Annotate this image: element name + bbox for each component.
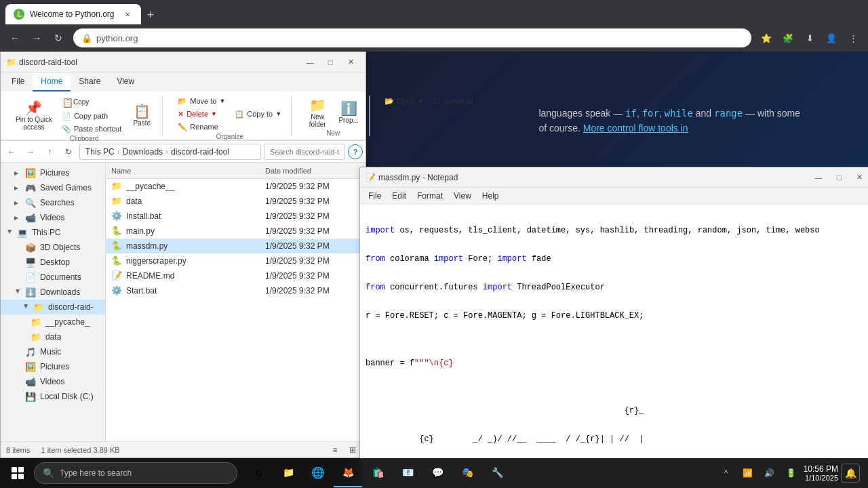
copy-to-button[interactable]: 📋 Copy to ▼ <box>231 108 285 120</box>
file-row-readme-md[interactable]: 📝 README.md 1/9/2025 9:32 PM <box>106 268 366 283</box>
paste-button[interactable]: 📋 Paste <box>127 102 157 128</box>
select-all-button[interactable]: ☑ Select all <box>429 96 477 107</box>
notepad-maximize-button[interactable]: □ <box>829 170 848 185</box>
file-row-niggerscraper-py[interactable]: 🐍 niggerscraper.py 1/9/2025 9:32 PM <box>106 253 366 268</box>
help-button[interactable]: ? <box>348 144 363 159</box>
sidebar-item-3d-objects[interactable]: 📦 3D Objects <box>1 240 105 255</box>
ribbon-tab-home[interactable]: Home <box>33 73 71 92</box>
notepad-text-content[interactable]: import os, requests, tls_client, datetim… <box>360 204 868 488</box>
volume-icon[interactable]: 🔊 <box>760 464 779 483</box>
sidebar-item-pycache[interactable]: 📁 __pycache_ <box>1 314 105 329</box>
minimize-button[interactable]: — <box>300 55 319 70</box>
forward-button[interactable]: → <box>27 28 46 47</box>
details-view-button[interactable]: ≡ <box>328 444 342 456</box>
copy-path-icon: 📄 <box>62 112 71 121</box>
taskbar-edge[interactable]: 🌐 <box>304 459 332 487</box>
profile-icon[interactable]: 👤 <box>822 28 841 47</box>
sidebar-item-data[interactable]: 📁 data <box>1 329 105 344</box>
sidebar-item-videos[interactable]: ▶ 📹 Videos <box>1 210 105 225</box>
bookmarks-icon[interactable]: ⭐ <box>757 28 776 47</box>
taskbar-file-explorer[interactable]: 📁 <box>274 459 302 487</box>
sidebar-item-documents[interactable]: 📄 Documents <box>1 270 105 285</box>
notepad-help-menu[interactable]: Help <box>477 190 505 202</box>
col-name-header[interactable]: Name <box>111 167 265 175</box>
downloads-icon[interactable]: ⬇ <box>800 28 819 47</box>
ribbon-tab-view[interactable]: View <box>108 73 142 92</box>
taskbar-mail[interactable]: 📧 <box>393 459 422 487</box>
file-row-massdm-py[interactable]: 🐍 massdm.py 1/9/2025 9:32 PM <box>106 239 366 253</box>
network-icon[interactable]: 📶 <box>738 464 757 483</box>
explorer-back-button[interactable]: ← <box>3 144 20 160</box>
col-date-header[interactable]: Date modified <box>265 167 360 175</box>
flow-tools-link[interactable]: More control flow tools in <box>583 123 688 134</box>
pin-button[interactable]: 📌 Pin to Quickaccess <box>12 98 56 132</box>
notepad-close-button[interactable]: ✕ <box>850 170 868 185</box>
battery-icon[interactable]: 🔋 <box>782 464 801 483</box>
ribbon-tab-share[interactable]: Share <box>71 73 108 92</box>
taskbar-app9[interactable]: 🔧 <box>483 459 511 487</box>
new-tab-button[interactable]: + <box>141 5 160 24</box>
system-clock[interactable]: 10:56 PM 1/10/2025 <box>804 464 838 482</box>
close-button[interactable]: ✕ <box>341 55 360 70</box>
extensions-icon[interactable]: 🧩 <box>778 28 797 47</box>
settings-icon[interactable]: ⋮ <box>844 28 863 47</box>
explorer-search-input[interactable] <box>264 144 345 160</box>
copy-path-button[interactable]: 📄 Copy path <box>58 110 125 122</box>
notepad-edit-menu[interactable]: Edit <box>387 190 412 202</box>
move-to-button[interactable]: 📂 Move to ▼ <box>174 96 229 107</box>
taskbar-task-view[interactable]: ⧉ <box>244 459 273 487</box>
explorer-breadcrumb[interactable]: This PC › Downloads › discord-raid-tool <box>79 144 261 160</box>
sidebar-item-desktop[interactable]: 🖥️ Desktop <box>1 255 105 270</box>
sidebar-item-this-pc[interactable]: ▶ 💻 This PC <box>1 225 105 240</box>
ribbon-tab-file[interactable]: File <box>3 73 33 92</box>
notepad-file-menu[interactable]: File <box>363 190 387 202</box>
breadcrumb-downloads[interactable]: Downloads <box>123 147 163 157</box>
sidebar-item-videos2[interactable]: 📹 Videos <box>1 374 105 389</box>
reload-button[interactable]: ↻ <box>49 28 68 47</box>
taskbar-search-box[interactable]: 🔍 Type here to search <box>34 462 237 484</box>
taskbar-firefox[interactable]: 🦊 <box>334 459 362 487</box>
address-bar[interactable]: 🔒 python.org <box>73 28 751 47</box>
explorer-up-button[interactable]: ↑ <box>41 144 58 160</box>
notepad-minimize-button[interactable]: — <box>809 170 828 185</box>
open-button[interactable]: 📂 Open ▼ <box>380 96 428 107</box>
copy-button[interactable]: 📋 Copy <box>58 96 125 109</box>
file-row-pycache[interactable]: 📁 __pycache__ 1/9/2025 9:32 PM <box>106 179 366 194</box>
explorer-refresh-button[interactable]: ↻ <box>60 144 77 160</box>
file-row-data[interactable]: 📁 data 1/9/2025 9:32 PM <box>106 194 366 209</box>
explorer-forward-button[interactable]: → <box>22 144 39 160</box>
rename-button[interactable]: ✏️ Rename <box>174 121 229 133</box>
delete-button[interactable]: ✕ Delete ▼ <box>174 108 229 120</box>
breadcrumb-this-pc[interactable]: This PC <box>85 147 115 157</box>
sidebar-item-pictures[interactable]: ▶ 🖼️ Pictures <box>1 165 105 180</box>
taskbar-store[interactable]: 🛍️ <box>363 459 392 487</box>
paste-shortcut-button[interactable]: 📎 Paste shortcut <box>58 123 125 135</box>
copy-icon: 📋 <box>62 97 73 108</box>
taskbar-app8[interactable]: 🎭 <box>453 459 481 487</box>
sidebar-downloads-label: Downloads <box>40 287 80 297</box>
tab-close-button[interactable]: ✕ <box>122 9 133 20</box>
notepad-view-menu[interactable]: View <box>448 190 477 202</box>
sidebar-item-pictures2[interactable]: 🖼️ Pictures <box>1 359 105 374</box>
sidebar-item-discord-raid-tool[interactable]: ▶ 📁 discord-raid- <box>1 300 105 314</box>
sidebar-item-local-disk[interactable]: 💾 Local Disk (C:) <box>1 389 105 404</box>
file-row-install-bat[interactable]: ⚙️ Install.bat 1/9/2025 9:32 PM <box>106 209 366 224</box>
properties-button[interactable]: ℹ️ Prop... <box>334 99 363 125</box>
start-button[interactable] <box>3 458 33 488</box>
new-folder-button[interactable]: 📁 Newfolder <box>302 96 332 129</box>
file-row-start-bat[interactable]: ⚙️ Start.bat 1/9/2025 9:32 PM <box>106 283 366 298</box>
taskbar-discord[interactable]: 💬 <box>423 459 452 487</box>
file-row-main-py[interactable]: 🐍 main.py 1/9/2025 9:32 PM <box>106 224 366 239</box>
back-button[interactable]: ← <box>5 28 24 47</box>
breadcrumb-current[interactable]: discord-raid-tool <box>171 147 229 157</box>
sidebar-item-downloads[interactable]: ▶ ⬇️ Downloads <box>1 285 105 300</box>
sidebar-item-music[interactable]: 🎵 Music <box>1 344 105 359</box>
large-icons-view-button[interactable]: ⊞ <box>345 444 360 456</box>
notification-button[interactable]: 🔔 <box>841 464 860 483</box>
sidebar-item-saved-games[interactable]: ▶ 🎮 Saved Games <box>1 180 105 195</box>
browser-tab[interactable]: 🐍 Welcome to Python.org ✕ <box>5 4 141 24</box>
maximize-button[interactable]: □ <box>321 55 340 70</box>
notepad-format-menu[interactable]: Format <box>412 190 448 202</box>
hidden-icons-button[interactable]: ^ <box>717 464 736 483</box>
sidebar-item-searches[interactable]: ▶ 🔍 Searches <box>1 195 105 210</box>
